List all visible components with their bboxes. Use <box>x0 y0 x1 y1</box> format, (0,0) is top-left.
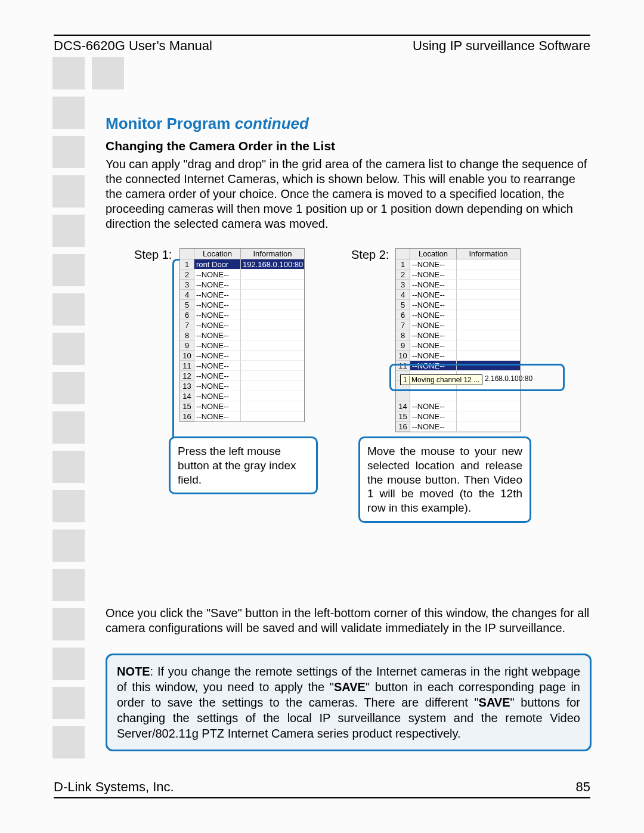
col-location: Location <box>410 249 457 259</box>
camera-list-table-1[interactable]: Location Information 1ront Door192.168.0… <box>179 248 305 422</box>
page-footer: D-Link Systems, Inc. 85 <box>54 779 590 798</box>
col-information: Information <box>241 249 304 259</box>
note-box: NOTE: If you change the remote settings … <box>106 654 592 751</box>
table-row[interactable]: 16--NONE-- <box>396 422 520 432</box>
subsection-title: Changing the Camera Order in the List <box>106 139 592 153</box>
footer-left: D-Link Systems, Inc. <box>54 779 174 795</box>
table-row[interactable]: 3--NONE-- <box>396 280 520 290</box>
table-row[interactable]: 9--NONE-- <box>180 340 304 351</box>
table-row[interactable]: 14--NONE-- <box>180 391 304 401</box>
step1-callout: Press the left mouse button at the gray … <box>169 436 318 494</box>
title-continued: continued <box>235 114 309 132</box>
step2-label: Step 2: <box>351 248 389 262</box>
drag-tooltip: 1 Moving channel 12 ... <box>400 374 482 385</box>
col-location: Location <box>194 249 241 259</box>
table-row[interactable]: 4--NONE-- <box>396 290 520 300</box>
table-row[interactable]: 11--NONE-- <box>180 361 304 371</box>
title-main: Monitor Program <box>106 114 235 132</box>
table-row[interactable]: 1--NONE-- <box>396 259 520 270</box>
table-row[interactable]: 9--NONE-- <box>396 340 520 351</box>
table-row-gap <box>396 391 520 401</box>
page-content: Monitor Program continued Changing the C… <box>106 114 592 751</box>
table-row[interactable]: 10--NONE-- <box>396 351 520 361</box>
drag-ip-fragment: 2.168.0.100:80 <box>485 374 532 383</box>
table-row[interactable]: 13--NONE-- <box>180 381 304 391</box>
drag-tooltip-text: Moving channel 12 ... <box>411 376 479 384</box>
table-row[interactable]: 6--NONE-- <box>396 310 520 320</box>
table-row[interactable]: 8--NONE-- <box>180 330 304 340</box>
header-left: DCS-6620G User's Manual <box>54 38 212 54</box>
table-row[interactable]: 15--NONE-- <box>396 411 520 422</box>
step1-column: Step 1: Location Information 1ront Door1… <box>106 248 332 498</box>
note-label: NOTE <box>117 665 150 678</box>
table-row[interactable]: 5--NONE-- <box>396 300 520 310</box>
note-save1: SAVE <box>334 680 366 693</box>
table-row[interactable]: 16--NONE-- <box>180 411 304 422</box>
footer-right: 85 <box>576 779 590 795</box>
table-row[interactable]: 14--NONE-- <box>396 401 520 411</box>
section-title: Monitor Program continued <box>106 114 592 133</box>
save-paragraph: Once you click the "Save" button in the … <box>106 606 592 636</box>
table-row[interactable]: 1ront Door192.168.0.100:80 <box>180 259 304 270</box>
camera-list-table-2[interactable]: Location Information 1--NONE--2--NONE--3… <box>395 248 521 432</box>
page-header: DCS-6620G User's Manual Using IP surveil… <box>54 35 590 54</box>
table-row[interactable]: 5--NONE-- <box>180 300 304 310</box>
table-row[interactable]: 8--NONE-- <box>396 330 520 340</box>
table-row[interactable]: 2--NONE-- <box>180 270 304 280</box>
step2-callout: Move the mouse to your new selected loca… <box>358 436 531 523</box>
steps-container: Step 1: Location Information 1ront Door1… <box>106 248 592 534</box>
table-row[interactable]: 3--NONE-- <box>180 280 304 290</box>
table-row[interactable]: 6--NONE-- <box>180 310 304 320</box>
table-row[interactable]: 2--NONE-- <box>396 270 520 280</box>
table-row[interactable]: 12--NONE-- <box>180 371 304 381</box>
table-row[interactable]: 7--NONE-- <box>396 320 520 330</box>
drag-tooltip-num: 1 <box>403 376 410 384</box>
step2-column: Step 2: Location Information 1--NONE--2-… <box>356 248 583 534</box>
header-right: Using IP surveillance Software <box>413 38 590 54</box>
table-row[interactable]: 15--NONE-- <box>180 401 304 411</box>
table-row[interactable]: 4--NONE-- <box>180 290 304 300</box>
note-save2: SAVE <box>479 696 510 709</box>
table-row[interactable]: 10--NONE-- <box>180 351 304 361</box>
step1-label: Step 1: <box>134 248 172 262</box>
intro-paragraph: You can apply "drag and drop" in the gri… <box>106 157 592 231</box>
table-row[interactable]: 7--NONE-- <box>180 320 304 330</box>
col-information: Information <box>457 249 520 259</box>
